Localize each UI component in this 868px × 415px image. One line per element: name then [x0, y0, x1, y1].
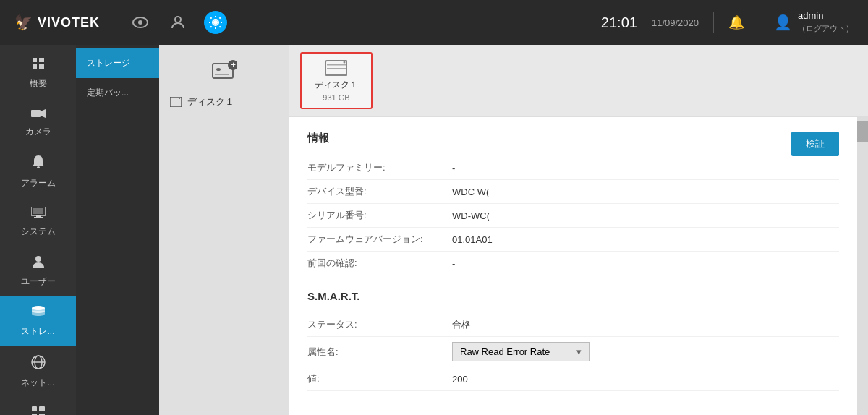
sidebar-item-network[interactable]: ネット...	[0, 346, 76, 398]
sidebar-label-user: ユーザー	[21, 275, 56, 288]
disk-tabs: ディスク１ 931 GB	[289, 45, 868, 117]
sidebar-item-storage[interactable]: ストレ...	[0, 296, 76, 346]
disk-list-item[interactable]: ディスク１	[159, 90, 289, 114]
svg-point-1	[138, 20, 142, 25]
smart-title: S.M.A.R.T.	[307, 290, 839, 302]
info-row-lastcheck: 前回の確認: -	[307, 252, 839, 275]
svg-point-3	[213, 20, 218, 25]
scrollbar[interactable]	[857, 117, 868, 415]
smart-section: S.M.A.R.T. ステータス: 合格 属性名: Raw Read Error…	[307, 290, 839, 391]
info-value-serial: WD-WC(	[452, 210, 490, 221]
svg-rect-14	[36, 215, 41, 217]
sidebar: 概要 カメラ アラーム	[0, 45, 76, 415]
user-icon	[32, 255, 45, 272]
svg-rect-8	[39, 64, 44, 69]
svg-rect-11	[37, 166, 40, 168]
smart-label-status: ステータス:	[307, 318, 452, 331]
logo-text: VIVOTEK	[38, 15, 100, 30]
submenu-item-storage[interactable]: ストレージ	[76, 48, 159, 78]
svg-point-16	[35, 256, 41, 262]
storage-area: + ディスク１	[159, 45, 868, 415]
system-icon	[31, 207, 46, 222]
info-label-device: デバイス型番:	[307, 185, 452, 198]
svg-rect-36	[327, 64, 346, 66]
svg-rect-22	[39, 406, 45, 411]
user-avatar-icon: 👤	[774, 14, 792, 31]
svg-rect-33	[171, 100, 181, 100]
disk-tabs-area: ディスク１ 931 GB 情報 検証 モデルファミリー: -	[289, 45, 868, 415]
alarm-icon	[33, 155, 44, 174]
sidebar-label-camera: カメラ	[25, 126, 51, 138]
info-label-serial: シリアル番号:	[307, 209, 452, 222]
header-right: 21:01 11/09/2020 🔔 👤 admin （ログアウト）	[601, 10, 854, 35]
add-storage-button[interactable]: +	[211, 59, 237, 82]
attribute-dropdown[interactable]: Raw Read Error Rate ▾	[452, 342, 590, 361]
sidebar-item-camera[interactable]: カメラ	[0, 98, 76, 147]
sidebar-item-overview[interactable]: 概要	[0, 48, 76, 98]
svg-point-2	[175, 17, 181, 22]
info-section-title: 情報	[307, 132, 839, 145]
sidebar-item-user[interactable]: ユーザー	[0, 247, 76, 296]
sidebar-item-system[interactable]: システム	[0, 198, 76, 247]
verify-button[interactable]: 検証	[791, 132, 839, 156]
smart-label-attr: 属性名:	[307, 346, 452, 359]
info-label-model: モデルファミリー:	[307, 161, 452, 174]
header-divider	[713, 12, 714, 33]
info-label-lastcheck: 前回の確認:	[307, 257, 452, 270]
svg-rect-29	[215, 74, 229, 75]
disk-tab-1[interactable]: ディスク１ 931 GB	[300, 52, 373, 109]
scrollbar-thumb[interactable]	[857, 121, 868, 142]
storage-left-panel: + ディスク１	[159, 45, 289, 415]
sidebar-label-overview: 概要	[30, 77, 47, 90]
disk-tab-sub: 931 GB	[323, 93, 349, 102]
eye-icon[interactable]	[129, 11, 152, 34]
smart-label-value: 値:	[307, 372, 452, 385]
svg-marker-10	[41, 109, 46, 118]
header-user: 👤 admin （ログアウト）	[774, 10, 854, 35]
info-value-lastcheck: -	[452, 258, 455, 269]
bell-icon[interactable]: 🔔	[728, 14, 744, 30]
svg-rect-15	[34, 217, 43, 218]
logo-icon: 🦅	[14, 14, 33, 31]
sidebar-label-system: システム	[21, 226, 56, 238]
svg-text:+: +	[231, 60, 236, 70]
info-value-firmware: 01.01A01	[452, 234, 493, 245]
submenu-label-schedule: 定期バッ...	[87, 87, 129, 98]
header-divider2	[759, 12, 760, 33]
smart-row-status: ステータス: 合格	[307, 313, 839, 337]
sidebar-item-usage[interactable]: 用途	[0, 398, 76, 415]
logo: 🦅 VIVOTEK	[14, 14, 100, 31]
info-label-firmware: ファームウェアバージョン:	[307, 233, 452, 246]
sidebar-label-alarm: アラーム	[21, 177, 56, 189]
header-nav-icons	[129, 11, 227, 34]
network-icon	[31, 355, 46, 373]
sidebar-item-alarm[interactable]: アラーム	[0, 147, 76, 198]
info-row-device: デバイス型番: WDC W(	[307, 180, 839, 204]
main-layout: 概要 カメラ アラーム	[0, 45, 868, 415]
smart-value-value: 200	[452, 374, 468, 385]
svg-rect-9	[31, 110, 41, 117]
info-value-model: -	[452, 163, 455, 174]
sidebar-label-network: ネット...	[21, 377, 54, 389]
svg-point-38	[344, 61, 346, 64]
smart-row-attr: 属性名: Raw Read Error Rate ▾	[307, 337, 839, 367]
person-icon[interactable]	[166, 11, 190, 34]
disk-list-label: ディスク１	[187, 95, 234, 108]
sidebar-label-storage: ストレ...	[21, 325, 54, 338]
gear-icon[interactable]	[204, 11, 227, 34]
submenu-label-storage: ストレージ	[87, 58, 130, 68]
smart-row-value: 値: 200	[307, 367, 839, 391]
usage-icon	[32, 406, 45, 415]
info-row-serial: シリアル番号: WD-WC(	[307, 204, 839, 228]
attribute-dropdown-value: Raw Read Error Rate	[460, 346, 550, 357]
user-name: admin	[798, 10, 854, 22]
user-action[interactable]: （ログアウト）	[798, 24, 854, 33]
submenu-item-schedule[interactable]: 定期バッ...	[76, 78, 159, 108]
header-date: 11/09/2020	[652, 17, 699, 28]
submenu: ストレージ 定期バッ...	[76, 45, 159, 415]
camera-icon	[31, 107, 46, 122]
info-panel: 情報 検証 モデルファミリー: - デバイス型番: WDC W( シリアル番号	[289, 117, 857, 415]
overview-icon	[32, 57, 45, 74]
disk-tab-label: ディスク１	[315, 79, 358, 91]
header: 🦅 VIVOTEK 21:01 11/09/2020 🔔	[0, 0, 868, 45]
